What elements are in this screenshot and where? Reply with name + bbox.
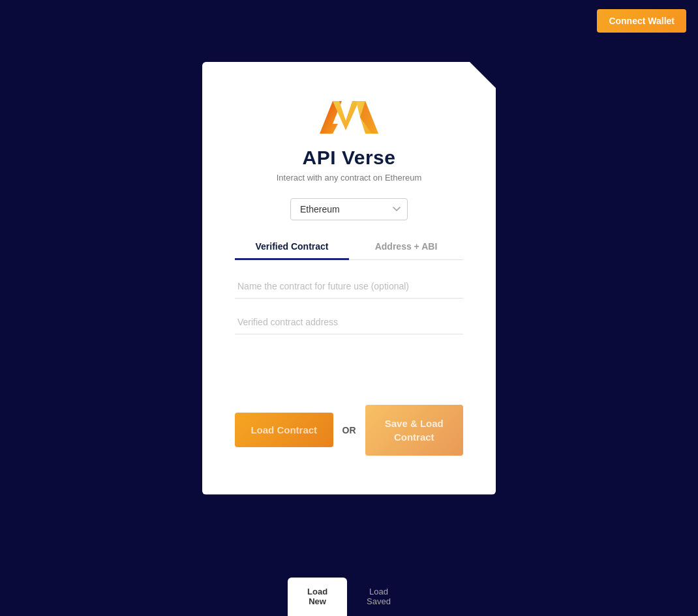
form-spacer <box>235 346 463 398</box>
logo-area: API Verse Interact with any contract on … <box>235 88 463 183</box>
save-load-contract-button[interactable]: Save & LoadContract <box>365 405 464 456</box>
load-new-line1: Load <box>307 587 327 597</box>
bottom-nav: Load New Load Saved <box>0 578 698 616</box>
connect-wallet-button[interactable]: Connect Wallet <box>597 9 686 33</box>
contract-address-input[interactable] <box>235 310 463 334</box>
bottom-nav-load-saved[interactable]: Load Saved <box>347 578 410 616</box>
tab-bar: Verified Contract Address + ABI <box>235 235 463 260</box>
load-saved-line2: Saved <box>367 596 391 607</box>
bottom-nav-load-new[interactable]: Load New <box>288 578 347 616</box>
app-subtitle: Interact with any contract on Ethereum <box>277 173 422 183</box>
action-buttons: Load Contract OR Save & LoadContract <box>235 405 463 456</box>
tab-verified-contract[interactable]: Verified Contract <box>235 235 349 260</box>
network-select[interactable]: Ethereum Polygon BSC Arbitrum <box>290 198 408 220</box>
or-separator: OR <box>342 425 356 435</box>
network-selector-wrapper: Ethereum Polygon BSC Arbitrum <box>235 198 463 220</box>
main-card: API Verse Interact with any contract on … <box>202 62 496 495</box>
load-contract-button[interactable]: Load Contract <box>235 413 333 447</box>
tab-address-abi[interactable]: Address + ABI <box>349 235 463 260</box>
app-logo <box>313 88 385 140</box>
load-new-line2: New <box>309 596 326 607</box>
load-saved-line1: Load <box>369 587 388 597</box>
contract-name-input[interactable] <box>235 274 463 299</box>
app-title: API Verse <box>303 147 396 169</box>
